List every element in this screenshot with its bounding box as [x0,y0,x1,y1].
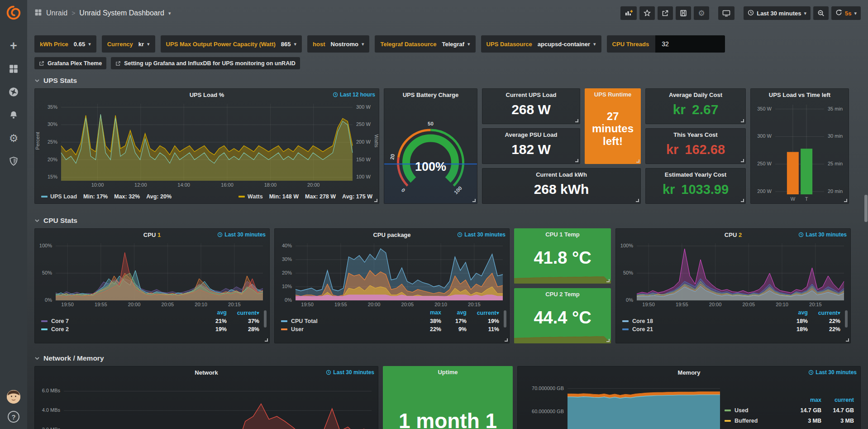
panel-time-override[interactable]: Last 30 minutes [808,369,857,376]
alerting-bell-icon[interactable] [8,109,19,121]
legend-swatch[interactable] [41,196,48,198]
dashboard-grid-icon[interactable] [34,9,42,18]
time-range-picker[interactable]: Last 30 minutes ▾ [744,6,811,20]
legend-sort-current[interactable]: current [821,397,854,403]
ups-bar-chart[interactable]: 200 W20 min250 W25 min300 W30 min350 W35… [751,101,849,203]
variable-input-field[interactable] [661,40,720,48]
chevron-down-icon: ▾ [362,41,364,47]
variable-ups-max-output-power-capacity-watt[interactable]: UPS Max Output Power Capacity (Watt)865▾ [161,35,302,53]
grafana-logo-icon[interactable] [5,4,23,22]
panel-time-override[interactable]: Last 30 minutes [217,231,266,238]
variable-value[interactable]: 865▾ [281,41,296,48]
legend-swatch[interactable] [622,320,629,322]
configuration-gear-icon[interactable]: ⚙ [8,132,19,144]
legend-swatch[interactable] [41,328,48,330]
legend-swatch[interactable] [725,420,731,422]
panel-resize-handle[interactable] [575,159,578,162]
chevron-down-icon[interactable]: ▾ [168,10,171,16]
legend-sort-current[interactable]: current▾ [227,309,259,316]
refresh-button[interactable]: 5s ▾ [831,6,861,20]
user-avatar[interactable] [7,390,20,404]
dashboard-link[interactable]: Grafana Plex Theme [34,57,106,69]
legend-swatch[interactable] [281,328,287,330]
variable-telegraf-datasource[interactable]: Telegraf DatasourceTelegraf▾ [375,35,475,53]
panel-resize-handle[interactable] [741,159,744,162]
help-icon[interactable]: ? [8,411,19,423]
variable-ups-datasource[interactable]: UPS Datasourceapcupsd-container▾ [481,35,601,53]
variable-input[interactable] [655,35,725,53]
page-scrollbar[interactable] [864,195,868,222]
share-button[interactable] [658,6,673,20]
legend-swatch[interactable] [41,320,48,322]
panel-resize-handle[interactable] [636,159,639,163]
panel-resize-handle[interactable] [741,119,744,122]
panel-resize-handle[interactable] [505,338,508,342]
panel-resize-handle[interactable] [606,279,610,282]
legend-swatch[interactable] [281,320,287,322]
cpu-package-chart[interactable]: 0%10%20%30%40%19:5019:5520:0020:0520:102… [275,241,509,308]
legend-sort-avg[interactable]: avg [200,309,227,316]
add-panel-button[interactable] [620,6,637,20]
panel-resize-handle[interactable] [844,199,847,202]
legend-swatch[interactable] [238,196,245,198]
panel-time-override[interactable]: Last 30 minutes [326,369,374,376]
cpu1-chart[interactable]: 0%50%100%19:5019:5520:0020:0520:1020:15 [35,241,269,308]
network-chart[interactable]: 2.0 MBs4.0 MBs6.0 MBs [35,379,378,429]
variable-value[interactable]: Telegraf▾ [442,41,470,48]
star-button[interactable] [639,6,655,20]
explore-compass-icon[interactable] [8,86,19,98]
panel-time-override[interactable]: Last 12 hours [333,92,375,98]
panel-title[interactable]: CPU 1 [143,231,161,238]
breadcrumb-app[interactable]: Unraid [46,9,67,17]
section-cpu-stats[interactable]: CPU Stats [34,217,861,225]
panel-estimated-yearly-cost: Estimated Yearly Cost kr1033.99 [645,168,746,204]
variable-currency[interactable]: Currencykr▾ [102,35,155,53]
panel-resize-handle[interactable] [575,119,578,122]
section-ups-stats[interactable]: UPS Stats [34,77,861,85]
variable-cpu-threads[interactable]: CPU Threads [607,35,725,53]
variable-host[interactable]: hostNostromo▾ [307,35,369,53]
panel-title[interactable]: CPU 2 [725,231,742,238]
legend-sort-avg[interactable]: avg [441,309,467,316]
variable-value[interactable]: kr▾ [138,41,150,48]
panel-resize-handle[interactable] [606,339,610,342]
ups-load-chart[interactable]: 15%100 W20%150 W25%200 W30%250 W35%300 W… [35,101,379,190]
cycle-view-tv-button[interactable] [718,6,734,20]
zoom-out-button[interactable] [813,6,829,20]
panel-time-override[interactable]: Last 30 minutes [798,231,847,238]
server-admin-shield-icon[interactable] [8,155,19,167]
panel-resize-handle[interactable] [265,338,268,342]
variable-kwh-price[interactable]: kWh Price0.65▾ [34,35,96,53]
panel-title[interactable]: UPS Battery Charge [403,92,459,98]
legend-scrollbar[interactable] [504,310,506,328]
section-network-memory[interactable]: Network / Memory [34,354,861,362]
panel-resize-handle[interactable] [846,338,849,342]
cpu2-chart[interactable]: 0%50%100%19:5019:5520:0020:0520:1020:15 [616,241,850,308]
page-title[interactable]: Unraid System Dashboard [79,9,164,17]
variable-value[interactable]: apcupsd-container▾ [538,41,596,48]
legend-sort-avg[interactable]: avg [782,309,808,316]
legend-scrollbar[interactable] [845,310,848,328]
variable-value[interactable]: Nostromo▾ [331,41,364,48]
legend-scrollbar[interactable] [264,310,267,328]
save-button[interactable] [676,6,691,20]
variable-value[interactable]: 0.65▾ [74,41,91,48]
legend-sort-max[interactable]: max [789,397,821,403]
panel-title[interactable]: CPU package [373,231,410,238]
panel-resize-handle[interactable] [472,199,476,202]
variable-label: Currency [107,41,133,48]
dashboards-icon[interactable] [8,63,19,75]
legend-sort-max[interactable]: max [416,309,441,316]
panel-resize-handle[interactable] [636,199,639,202]
dashboard-link[interactable]: Setting up Grafana and InfluxDB for UPS … [111,57,300,69]
panel-resize-handle[interactable] [741,199,744,202]
legend-swatch[interactable] [725,410,731,411]
create-plus-icon[interactable]: + [8,40,19,52]
legend-sort-current[interactable]: current▾ [467,309,499,316]
legend-sort-current[interactable]: current▾ [808,309,840,316]
panel-resize-handle[interactable] [374,199,377,202]
legend-swatch[interactable] [622,328,629,330]
panel-title[interactable]: UPS Load % [190,92,224,98]
panel-time-override[interactable]: Last 30 minutes [457,231,506,238]
dashboard-settings-button[interactable]: ⚙ [694,6,709,20]
